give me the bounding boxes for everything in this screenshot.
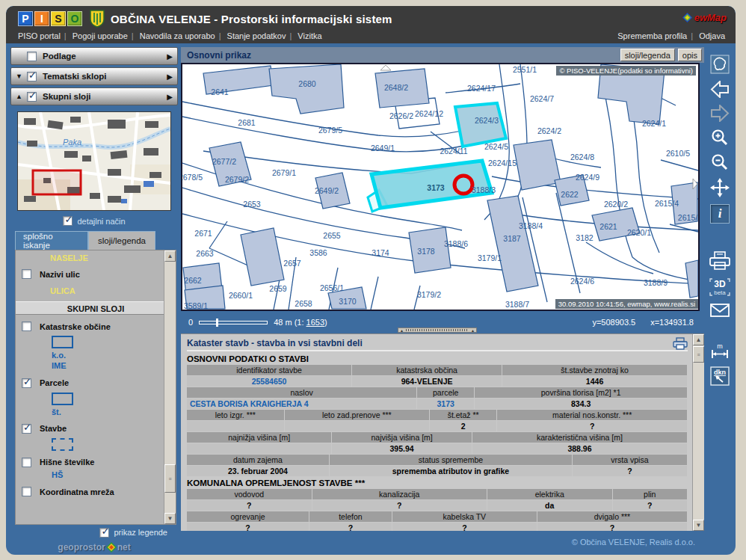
info-value-cell: ?	[309, 523, 392, 531]
layer-katastrske-obcine[interactable]: Katastrske občine	[22, 321, 162, 331]
katastrske-checkbox[interactable]	[22, 321, 31, 331]
pan-up-arrow	[380, 65, 391, 70]
menu-navodila[interactable]: Navodila za uporabo	[140, 31, 215, 40]
dkn-button[interactable]: dkn	[710, 366, 730, 386]
scale-thumb[interactable]	[216, 319, 218, 327]
print-button[interactable]	[709, 251, 731, 271]
scroll-down-icon[interactable]: ▼	[693, 520, 704, 531]
layer-scrollbar[interactable]: ▲ ≡ ▼	[164, 250, 176, 524]
layer-parcele[interactable]: Parcele	[22, 378, 162, 388]
info-header-cell: naslov	[187, 387, 416, 398]
accordion-tematski-sklopi[interactable]: ▼ Tematski sklopi ▶	[10, 67, 178, 85]
chevron-right-icon[interactable]: ▶	[167, 52, 173, 61]
scroll-up-icon[interactable]: ▲	[164, 250, 176, 262]
menu-pogoji-uporabe[interactable]: Pogoji uporabe	[73, 31, 128, 40]
info-value-cell[interactable]: 3173	[417, 399, 474, 409]
info-value-cell: da	[487, 500, 612, 511]
menu-piso-portal[interactable]: PISO portal	[18, 31, 61, 40]
sloji-legenda-button[interactable]: sloji/legenda	[620, 49, 675, 61]
info-value-cell: ?	[187, 500, 312, 511]
parcele-checkbox[interactable]	[22, 378, 31, 388]
logo-tile-p: P	[18, 11, 33, 26]
parcel-label: 2662	[184, 276, 201, 285]
back-button[interactable]	[710, 81, 730, 98]
tab-splosno-iskanje[interactable]: splošno iskanje	[15, 231, 88, 250]
back-icon	[710, 81, 730, 98]
overview-map[interactable]: Paka	[17, 111, 171, 211]
tab-sloji-legenda[interactable]: sloji/legenda	[88, 231, 155, 250]
hisne-checkbox[interactable]	[22, 458, 31, 467]
menu-odjava[interactable]: Odjava	[699, 31, 725, 40]
parcel-label: 2624/5	[484, 142, 508, 151]
scale-zero: 0	[188, 318, 193, 327]
full-extent-button[interactable]	[710, 55, 730, 74]
scrollbar-thumb[interactable]: ≡	[164, 464, 176, 493]
koordinatna-checkbox[interactable]	[22, 487, 31, 496]
geoprostor-logo[interactable]: geoprostor net	[10, 540, 178, 555]
overview-map-image: Paka	[18, 112, 170, 210]
scroll-down-icon[interactable]: ▼	[164, 513, 176, 524]
layer-group-skupni-sloji: SKUPNI SLOJI	[16, 301, 176, 315]
map-viewport[interactable]: 2551/1268026412648/22624/172624/72626/22…	[181, 63, 700, 311]
info-value-cell: ?	[312, 500, 487, 511]
parcel-label: 2657	[283, 259, 300, 268]
pan-button[interactable]	[710, 178, 730, 197]
legend-toggle-checkbox[interactable]	[99, 528, 109, 538]
parcel-label: 3188/9	[644, 278, 668, 287]
ewmap-diamond-icon	[682, 13, 692, 22]
measure-button[interactable]: m	[709, 342, 730, 360]
scrollbar-thumb[interactable]: ≡	[693, 346, 704, 363]
layer-koordinatna-mreza[interactable]: Koordinatna mreža	[22, 487, 162, 496]
info-button[interactable]: i	[710, 204, 730, 224]
tematski-checkbox[interactable]	[27, 72, 37, 81]
info-value-cell[interactable]: 25584650	[187, 376, 351, 387]
accordion-podlage[interactable]: Podlage ▶	[10, 47, 178, 65]
parcel-label: 2679/5	[318, 126, 342, 135]
parcel-label: 2641	[211, 87, 228, 96]
podlage-checkbox[interactable]	[27, 52, 37, 61]
menu-right: Sprememba profila| Odjava	[617, 31, 725, 40]
print-icon[interactable]	[673, 337, 688, 350]
map-panel-title: Osnovni prikaz	[187, 50, 617, 61]
opis-button[interactable]: opis	[678, 49, 702, 61]
info-value-cell: 834.3	[475, 399, 687, 409]
dkn-icon: dkn	[710, 366, 730, 386]
forward-button[interactable]	[710, 105, 730, 122]
layer-hisne-stevilke[interactable]: Hišne številke	[22, 458, 162, 467]
info-header-cell: telefon	[309, 511, 392, 522]
info-table: OSNOVNI PODATKI O STAVBIidentifikator st…	[187, 353, 688, 531]
scroll-up-icon[interactable]: ▲	[693, 334, 704, 345]
detail-mode-label: detajlni način	[77, 217, 125, 226]
scale-bar[interactable]	[199, 321, 268, 324]
stavbe-checkbox[interactable]	[22, 424, 31, 434]
accordion-skupni-sloji[interactable]: ▲ Skupni sloji ▶	[10, 87, 178, 105]
info-scrollbar[interactable]: ▲ ≡ ▼	[692, 334, 704, 531]
layer-label: Koordinatna mreža	[40, 487, 114, 496]
chevron-right-icon[interactable]: ▶	[167, 73, 173, 81]
info-header-cell: dvigalo ***	[537, 511, 687, 522]
skupni-checkbox[interactable]	[27, 92, 37, 102]
info-value-cell	[187, 421, 284, 431]
mail-button[interactable]	[710, 304, 730, 317]
splitter-handle[interactable]: ▲▲	[398, 327, 477, 333]
legend-st: št.	[52, 407, 162, 417]
layer-nazivi-ulic[interactable]: Nazivi ulic	[22, 269, 162, 279]
info-row: 395.94388.96	[187, 443, 688, 454]
menu-vizitka[interactable]: Vizitka	[298, 31, 321, 40]
threed-button[interactable]: 3D beta	[709, 277, 731, 297]
info-row: ogrevanjetelefonkabelska TVdvigalo ***	[187, 511, 688, 522]
legend-ulica: ULICA	[50, 286, 162, 295]
nazivi-ulic-checkbox[interactable]	[22, 269, 31, 279]
zoom-out-button[interactable]	[711, 153, 729, 171]
layer-stavbe[interactable]: Stavbe	[22, 424, 162, 434]
detail-mode-checkbox[interactable]	[63, 216, 73, 226]
info-value-cell[interactable]: CESTA BORISA KRAIGHERJA 4	[187, 399, 416, 409]
scale-link[interactable]: 1653	[306, 318, 324, 327]
menu-stanje-podatkov[interactable]: Stanje podatkov	[227, 31, 286, 40]
parcel-label: 3188/7	[505, 300, 529, 309]
menu-sprememba-profila[interactable]: Sprememba profila	[617, 31, 687, 40]
chevron-right-icon[interactable]: ▶	[167, 93, 173, 101]
map-header: Osnovni prikaz sloji/legenda opis	[181, 47, 704, 63]
parcel-label: 2624/11	[440, 147, 467, 156]
zoom-in-button[interactable]	[711, 129, 729, 147]
